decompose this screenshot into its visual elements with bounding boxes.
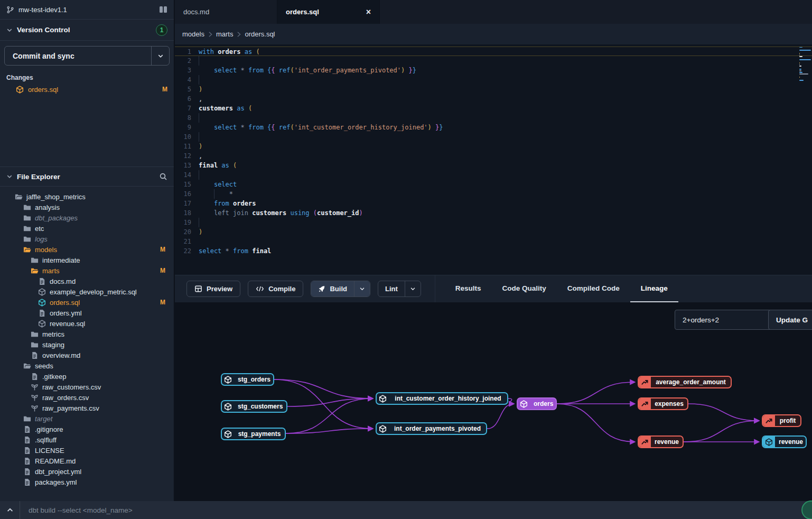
tree-file--gitignore[interactable]: .gitignore xyxy=(0,424,174,434)
lineage-node-stg_orders[interactable]: stg_orders xyxy=(221,373,274,386)
lineage-node-revenue_metric[interactable]: revenue xyxy=(638,435,684,448)
line-number: 17 xyxy=(175,199,199,208)
file-icon xyxy=(23,457,31,465)
tree-file-revenue-sql[interactable]: revenue.sql xyxy=(0,318,174,329)
indent-guide xyxy=(199,132,199,142)
editor-tab-docs-md[interactable]: docs.md xyxy=(175,0,277,24)
tree-folder-models[interactable]: modelsM xyxy=(0,244,174,255)
code-line-14[interactable]: 14 xyxy=(175,170,812,180)
tree-folder-etc[interactable]: etc xyxy=(0,223,174,234)
tree-folder-staging[interactable]: staging xyxy=(0,339,174,350)
tree-file-orders-yml[interactable]: orders.yml xyxy=(0,308,174,318)
lint-button[interactable]: Lint xyxy=(378,281,405,296)
tree-folder-metrics[interactable]: metrics xyxy=(0,329,174,339)
code-line-20[interactable]: 20) xyxy=(175,227,812,237)
editor-tab-orders-sql[interactable]: orders.sql× xyxy=(277,0,380,24)
code-line-1[interactable]: 1with orders as ( xyxy=(175,47,812,56)
code-line-3[interactable]: 3 select * from {{ ref('int_order_paymen… xyxy=(175,66,812,75)
tree-folder-jaffle-shop-metrics[interactable]: jaffle_shop_metrics xyxy=(0,191,174,202)
tree-folder-analysis[interactable]: analysis xyxy=(0,202,174,212)
lineage-node-average_order_amount[interactable]: average_order_amount xyxy=(638,376,732,388)
breadcrumb-item[interactable]: models xyxy=(182,30,204,38)
result-tab-compiled-code[interactable]: Compiled Code xyxy=(557,275,630,303)
version-control-header[interactable]: Version Control 1 xyxy=(0,20,174,41)
code-line-9[interactable]: 9 select * from {{ ref('int_customer_ord… xyxy=(175,123,812,132)
tree-file-overview-md[interactable]: overview.md xyxy=(0,350,174,360)
tree-file-docs-md[interactable]: docs.md xyxy=(0,276,174,286)
model-cube-icon xyxy=(222,401,234,412)
lineage-node-int_customer_order_history_joined[interactable]: int_customer_order_history_joined xyxy=(376,392,508,405)
code-line-17[interactable]: 17 from orders xyxy=(175,199,812,208)
lineage-node-int_order_payments_pivoted[interactable]: int_order_payments_pivoted xyxy=(376,422,487,435)
changed-file-row[interactable]: orders.sqlM xyxy=(0,84,174,95)
lineage-node-expenses[interactable]: expenses xyxy=(638,397,688,410)
commit-and-sync-label[interactable]: Commit and sync xyxy=(5,47,152,65)
code-line-19[interactable]: 19 xyxy=(175,218,812,227)
code-line-10[interactable]: 10 xyxy=(175,132,812,142)
tree-file--sqlfluff[interactable]: .sqlfluff xyxy=(0,434,174,445)
lineage-node-profit[interactable]: profit xyxy=(762,414,801,427)
compile-button[interactable]: Compile xyxy=(248,281,303,297)
result-tab-lineage[interactable]: Lineage xyxy=(630,275,678,303)
tree-folder-intermediate[interactable]: intermediate xyxy=(0,255,174,265)
code-line-4[interactable]: 4 xyxy=(175,75,812,85)
line-number: 5 xyxy=(175,85,199,94)
lineage-selector-input[interactable] xyxy=(675,310,772,330)
dbt-command-input[interactable] xyxy=(20,501,812,519)
tree-file-raw-payments-csv[interactable]: raw_payments.csv xyxy=(0,403,174,413)
folder-icon xyxy=(23,235,31,243)
result-tab-code-quality[interactable]: Code Quality xyxy=(492,275,557,303)
code-line-13[interactable]: 13final as ( xyxy=(175,161,812,170)
code-line-6[interactable]: 6, xyxy=(175,94,812,104)
preview-button[interactable]: Preview xyxy=(186,281,240,297)
code-line-16[interactable]: 16 * xyxy=(175,189,812,199)
file-icon xyxy=(23,436,31,444)
lineage-node-orders[interactable]: orders xyxy=(517,397,557,410)
code-editor[interactable]: 1with orders as (23 select * from {{ ref… xyxy=(175,44,812,275)
lineage-node-stg_customers[interactable]: stg_customers xyxy=(221,400,287,413)
commit-and-sync-button[interactable]: Commit and sync xyxy=(4,46,170,66)
code-line-11[interactable]: 11) xyxy=(175,142,812,151)
code-line-12[interactable]: 12, xyxy=(175,151,812,161)
lineage-node-revenue_model[interactable]: revenue xyxy=(762,435,807,448)
build-options-chevron[interactable] xyxy=(354,281,370,296)
code-line-18[interactable]: 18 left join customers using (customer_i… xyxy=(175,208,812,218)
tree-file-raw-orders-csv[interactable]: raw_orders.csv xyxy=(0,392,174,403)
lint-options-chevron[interactable] xyxy=(405,281,421,296)
code-line-15[interactable]: 15 select xyxy=(175,180,812,189)
tree-folder-seeds[interactable]: seeds xyxy=(0,360,174,371)
close-tab-icon[interactable]: × xyxy=(366,8,371,16)
chevron-up-icon[interactable] xyxy=(0,501,20,519)
tree-file-example-develop-metric-sql[interactable]: example_develop_metric.sql xyxy=(0,286,174,297)
commit-options-chevron[interactable] xyxy=(152,47,169,65)
code-line-7[interactable]: 7customers as ( xyxy=(175,104,812,113)
tree-file-readme-md[interactable]: README.md xyxy=(0,456,174,466)
tree-folder-marts[interactable]: martsM xyxy=(0,265,174,276)
update-graph-button[interactable]: Update G xyxy=(768,310,812,330)
panel-columns-icon[interactable] xyxy=(159,6,167,13)
build-button[interactable]: Build xyxy=(311,281,354,296)
command-bar xyxy=(0,501,812,519)
tree-folder-logs[interactable]: logs xyxy=(0,234,174,244)
tree-file-raw-customers-csv[interactable]: raw_customers.csv xyxy=(0,382,174,392)
file-explorer-header[interactable]: File Explorer xyxy=(0,166,174,187)
code-line-8[interactable]: 8 xyxy=(175,113,812,123)
cube-icon xyxy=(38,320,46,328)
tree-file-orders-sql[interactable]: orders.sqlM xyxy=(0,297,174,308)
search-icon[interactable] xyxy=(159,172,167,181)
lineage-node-stg_payments[interactable]: stg_payments xyxy=(221,428,286,440)
breadcrumb-item[interactable]: orders.sql xyxy=(245,30,275,38)
tree-folder-dbt-packages[interactable]: dbt_packages xyxy=(0,212,174,223)
code-line-22[interactable]: 22select * from final xyxy=(175,246,812,256)
breadcrumb-item[interactable]: marts xyxy=(216,30,234,38)
tree-file-dbt-project-yml[interactable]: dbt_project.yml xyxy=(0,466,174,477)
code-line-5[interactable]: 5) xyxy=(175,85,812,94)
tree-file-license[interactable]: LICENSE xyxy=(0,445,174,456)
editor-toolbar: Preview Compile Build xyxy=(175,275,812,302)
code-line-2[interactable]: 2 xyxy=(175,56,812,66)
tree-file--gitkeep[interactable]: .gitkeep xyxy=(0,371,174,382)
code-line-21[interactable]: 21 xyxy=(175,237,812,246)
tree-file-packages-yml[interactable]: packages.yml xyxy=(0,477,174,487)
result-tab-results[interactable]: Results xyxy=(445,275,492,303)
tree-folder-target[interactable]: target xyxy=(0,413,174,424)
